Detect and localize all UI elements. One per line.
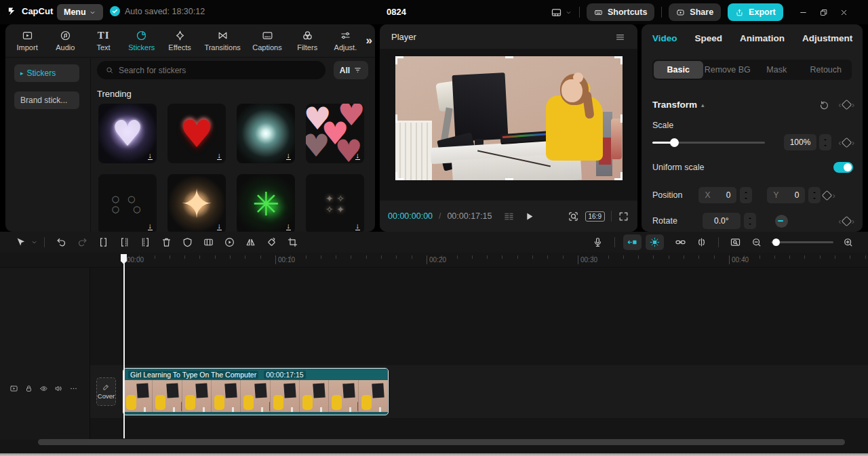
play-button[interactable]	[524, 211, 535, 222]
toolbar-item-captions[interactable]: Captions	[246, 30, 288, 51]
more-dots-icon[interactable]	[69, 384, 78, 393]
export-button[interactable]: Export	[728, 3, 783, 21]
download-icon[interactable]: ↓	[355, 151, 361, 160]
delete-right-button[interactable]	[135, 236, 156, 248]
select-tool-caret[interactable]	[31, 239, 38, 246]
sticker-tile-white-teal-starburst[interactable]: ↓	[237, 104, 295, 163]
minimize-button[interactable]	[794, 3, 813, 21]
restore-button[interactable]	[814, 3, 833, 21]
sticker-tile-green-firework-burst[interactable]: ↓	[237, 174, 295, 232]
preview-frames-toggle[interactable]	[646, 234, 664, 250]
select-tool[interactable]	[9, 236, 31, 248]
auto-snap-toggle[interactable]	[623, 234, 642, 250]
mirror-button[interactable]	[240, 236, 261, 248]
sticker-tile-red-glossy-heart[interactable]: ↓	[167, 104, 226, 163]
video-clip[interactable]: Girl Learning To Type On The Computer 00…	[123, 368, 389, 415]
toolbar-item-filters[interactable]: Filters	[288, 30, 326, 51]
sticker-tile-sparkling-heart-firework[interactable]: ↓	[98, 104, 157, 163]
collapse-caret[interactable]: ▴	[701, 102, 705, 108]
eye-icon[interactable]	[39, 384, 48, 393]
download-icon[interactable]: ↓	[286, 151, 292, 160]
zoom-out-button[interactable]	[746, 236, 767, 248]
position-x-field[interactable]: X 0	[698, 187, 736, 203]
share-button[interactable]: Share	[669, 3, 721, 21]
shortcuts-button[interactable]: Shortcuts	[587, 3, 654, 21]
download-icon[interactable]: ↓	[286, 222, 292, 230]
sticker-tile-pink-hearts-cluster[interactable]: ↓	[306, 104, 364, 163]
scale-value[interactable]: 100%	[784, 134, 816, 150]
delete-left-button[interactable]	[114, 236, 135, 248]
selection-handle[interactable]	[620, 115, 623, 123]
link-button[interactable]	[670, 236, 691, 248]
toolbar-item-text[interactable]: TI Text	[84, 30, 122, 51]
selection-handle[interactable]	[395, 172, 397, 180]
video-preview[interactable]	[395, 56, 623, 180]
frame-pages-icon[interactable]	[503, 211, 515, 222]
tab-video[interactable]: Video	[652, 33, 677, 43]
zoom-in-button[interactable]	[837, 236, 859, 248]
freeze-frame-button[interactable]	[219, 236, 240, 248]
thumbnail-preview-button[interactable]	[725, 236, 746, 248]
rotate-button[interactable]	[261, 236, 282, 248]
tab-animation[interactable]: Animation	[740, 33, 785, 43]
horizontal-scrollbar[interactable]	[38, 439, 845, 445]
position-y-stepper[interactable]	[808, 187, 821, 203]
lock-icon[interactable]	[24, 384, 33, 393]
reset-icon[interactable]	[818, 99, 830, 110]
subtab-remove-bg[interactable]: Remove BG	[703, 61, 753, 79]
download-icon[interactable]: ↓	[217, 222, 222, 230]
toolbar-item-import[interactable]: Import	[8, 30, 46, 51]
timeline-zoom-thumb[interactable]	[772, 239, 780, 246]
download-icon[interactable]: ↓	[148, 151, 153, 160]
position-x-stepper[interactable]	[740, 187, 752, 203]
scale-stepper[interactable]	[819, 134, 831, 150]
tab-adjustment[interactable]: Adjustment	[802, 33, 852, 43]
toolbar-more-chevron[interactable]: »	[366, 34, 372, 47]
selection-handle[interactable]	[505, 178, 513, 180]
player-menu-icon[interactable]	[614, 31, 626, 43]
rotate-field[interactable]: 0.0°	[703, 213, 741, 229]
unlink-button[interactable]	[691, 236, 712, 248]
rotate-stepper[interactable]	[744, 213, 756, 229]
sidebar-item-brand-stickers[interactable]: Brand stick...	[14, 91, 79, 109]
fullscreen-icon[interactable]	[618, 211, 629, 222]
download-icon[interactable]: ↓	[217, 151, 222, 160]
tab-speed[interactable]: Speed	[695, 33, 723, 43]
aspect-ratio-button[interactable]: 16:9	[585, 211, 605, 222]
record-voiceover-button[interactable]	[587, 236, 608, 248]
subtab-mask[interactable]: Mask	[752, 61, 802, 79]
selection-handle[interactable]	[395, 115, 397, 123]
sticker-tile-dim-sparkle-stars[interactable]: ↓	[306, 174, 364, 232]
playhead-line[interactable]	[123, 254, 125, 438]
undo-button[interactable]	[51, 236, 72, 248]
crop-button[interactable]	[282, 236, 303, 248]
selection-handle[interactable]	[620, 172, 623, 180]
rotate-dial[interactable]	[775, 215, 788, 228]
preview-quality-icon[interactable]	[568, 211, 579, 222]
search-input[interactable]	[119, 66, 317, 75]
scale-slider-thumb[interactable]	[670, 138, 679, 147]
uniform-scale-toggle[interactable]	[833, 162, 853, 173]
timeline-ruler[interactable]: 00:00 00:10 00:20 00:30 00:40	[0, 253, 868, 268]
scale-slider[interactable]	[652, 142, 765, 144]
split-button[interactable]	[93, 236, 114, 248]
sticker-tile-dark-bubbles[interactable]: ↓	[98, 174, 157, 232]
speaker-icon[interactable]	[54, 384, 63, 393]
download-icon[interactable]: ↓	[355, 222, 361, 230]
toolbar-item-effects[interactable]: Effects	[161, 30, 199, 51]
download-icon[interactable]: ↓	[148, 222, 153, 230]
selection-handle[interactable]	[505, 56, 513, 58]
redo-button[interactable]	[72, 236, 93, 248]
menu-button[interactable]: Menu	[57, 4, 103, 20]
mask-button[interactable]	[177, 236, 198, 248]
sidebar-item-stickers[interactable]: ▸ Stickers	[14, 64, 79, 82]
subtab-basic[interactable]: Basic	[654, 61, 703, 79]
selection-handle[interactable]	[620, 56, 623, 64]
subtab-retouch[interactable]: Retouch	[802, 61, 851, 79]
overlay-button[interactable]	[198, 236, 219, 248]
close-button[interactable]	[835, 3, 854, 21]
timeline-zoom-slider[interactable]	[771, 241, 833, 243]
toolbar-item-adjust[interactable]: Adjust.	[326, 30, 364, 51]
toolbar-item-stickers[interactable]: Stickers	[123, 30, 161, 51]
sticker-tile-golden-lens-flare[interactable]: ↓	[167, 174, 226, 232]
